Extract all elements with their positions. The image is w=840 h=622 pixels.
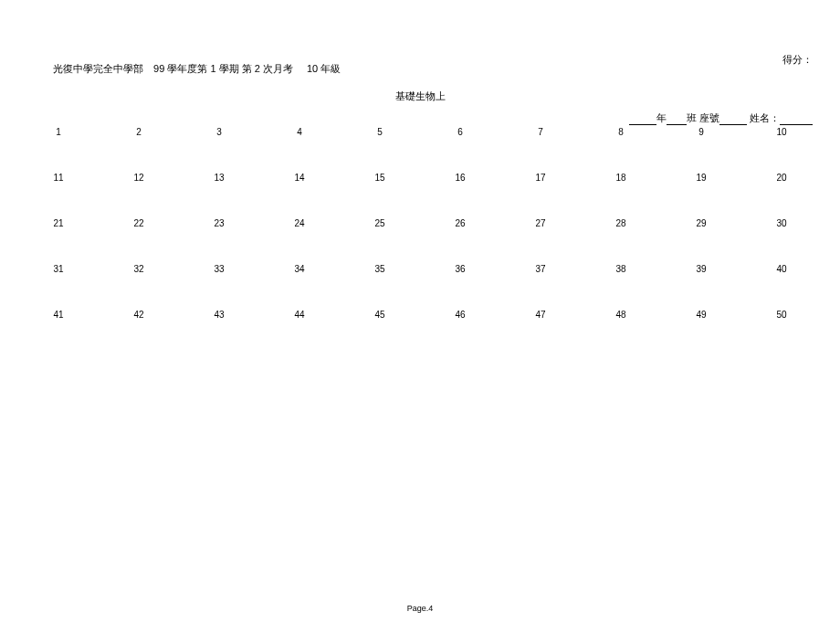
grid-cell: 35 xyxy=(340,264,420,274)
grid-cell: 15 xyxy=(340,173,420,183)
grid-cell: 24 xyxy=(259,218,340,228)
grid-cell: 3 xyxy=(179,127,259,137)
grid-cell: 40 xyxy=(741,264,822,274)
page-number: Page.4 xyxy=(0,604,840,613)
grid-cell: 31 xyxy=(18,264,99,274)
grid-row: 21 22 23 24 25 26 27 28 29 30 xyxy=(18,215,822,260)
grid-cell: 4 xyxy=(259,127,340,137)
grid-cell: 45 xyxy=(340,310,420,320)
grid-cell: 8 xyxy=(581,127,661,137)
grid-cell: 26 xyxy=(420,218,500,228)
grid-cell: 33 xyxy=(179,264,259,274)
grid-cell: 14 xyxy=(259,173,340,183)
grid-cell: 17 xyxy=(500,173,581,183)
grid-cell: 46 xyxy=(420,310,500,320)
grid-cell: 6 xyxy=(420,127,500,137)
grid-cell: 22 xyxy=(99,218,179,228)
grid-cell: 50 xyxy=(741,310,822,320)
grid-cell: 20 xyxy=(741,173,822,183)
grid-cell: 39 xyxy=(661,264,741,274)
grid-cell: 34 xyxy=(259,264,340,274)
year-label: 年 xyxy=(656,112,667,123)
school-name: 光復中學完全中學部 xyxy=(53,63,143,74)
grid-cell: 1 xyxy=(18,127,99,137)
name-label: 姓名： xyxy=(750,112,780,123)
grid-cell: 29 xyxy=(661,218,741,228)
grid-cell: 38 xyxy=(581,264,661,274)
grid-cell: 48 xyxy=(581,310,661,320)
exam-header: 光復中學完全中學部 99 學年度第 1 學期 第 2 次月考 10 年級 xyxy=(53,62,341,76)
grid-cell: 47 xyxy=(500,310,581,320)
grid-row: 41 42 43 44 45 46 47 48 49 50 xyxy=(18,306,822,352)
year-term-text: 99 學年度第 1 學期 第 2 次月考 xyxy=(153,63,293,74)
answer-grid: 1 2 3 4 5 6 7 8 9 10 11 12 13 14 15 16 1… xyxy=(18,123,822,352)
grid-cell: 32 xyxy=(99,264,179,274)
grid-cell: 36 xyxy=(420,264,500,274)
grid-cell: 28 xyxy=(581,218,661,228)
grid-cell: 42 xyxy=(99,310,179,320)
score-label: 得分： xyxy=(782,53,813,67)
grid-cell: 12 xyxy=(99,173,179,183)
grid-cell: 7 xyxy=(500,127,581,137)
grid-cell: 5 xyxy=(340,127,420,137)
grid-cell: 43 xyxy=(179,310,259,320)
grid-cell: 16 xyxy=(420,173,500,183)
seat-label: 座號 xyxy=(699,112,719,123)
subject-title: 基礎生物上 xyxy=(0,90,840,103)
grid-cell: 37 xyxy=(500,264,581,274)
grid-cell: 27 xyxy=(500,218,581,228)
grid-row: 1 2 3 4 5 6 7 8 9 10 xyxy=(18,123,822,169)
grid-row: 11 12 13 14 15 16 17 18 19 20 xyxy=(18,169,822,215)
grid-cell: 21 xyxy=(18,218,99,228)
grid-cell: 44 xyxy=(259,310,340,320)
grid-cell: 13 xyxy=(179,173,259,183)
grid-cell: 11 xyxy=(18,173,99,183)
grid-cell: 30 xyxy=(741,218,822,228)
class-label: 班 xyxy=(687,112,697,123)
grade-text: 10 年級 xyxy=(307,63,341,74)
grid-cell: 23 xyxy=(179,218,259,228)
grid-cell: 25 xyxy=(340,218,420,228)
grid-cell: 18 xyxy=(581,173,661,183)
grid-cell: 10 xyxy=(741,127,822,137)
grid-cell: 9 xyxy=(661,127,741,137)
grid-cell: 49 xyxy=(661,310,741,320)
grid-cell: 2 xyxy=(99,127,179,137)
grid-row: 31 32 33 34 35 36 37 38 39 40 xyxy=(18,260,822,306)
grid-cell: 41 xyxy=(18,310,99,320)
grid-cell: 19 xyxy=(661,173,741,183)
